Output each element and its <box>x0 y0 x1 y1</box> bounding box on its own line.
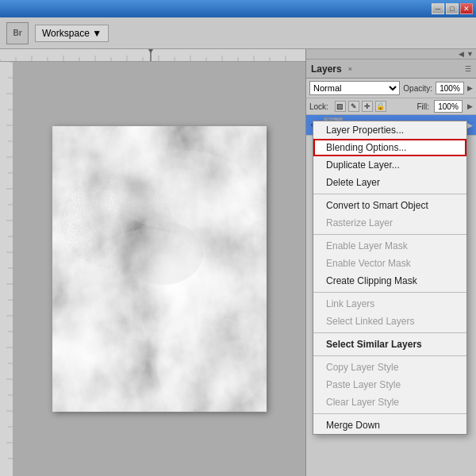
minimize-button[interactable]: ─ <box>432 3 444 14</box>
menu-item-11[interactable]: Select Similar Layers <box>313 336 466 353</box>
layers-panel-header: Layers × ☰ <box>306 60 476 79</box>
blend-mode-row: Normal Opacity: ▶ <box>306 79 476 98</box>
fill-arrow[interactable]: ▶ <box>467 102 473 110</box>
ruler-horizontal <box>0 49 305 62</box>
menu-item-6: Enable Layer Mask <box>313 237 466 255</box>
menu-item-0[interactable]: Layer Properties... <box>313 121 466 139</box>
menu-item-3[interactable]: Delete Layer <box>313 174 466 191</box>
menu-separator-10 <box>313 332 466 333</box>
lock-position-button[interactable]: ✛ <box>362 101 373 112</box>
menu-item-1[interactable]: Blending Options... <box>313 139 466 156</box>
menu-item-15[interactable]: Merge Down <box>313 416 466 434</box>
menu-item-9: Link Layers <box>313 295 466 313</box>
window-controls: ─ □ ✕ <box>432 3 473 14</box>
lock-pixels-button[interactable]: ✎ <box>348 101 359 112</box>
svg-point-51 <box>108 150 251 229</box>
menu-item-13: Paste Layer Style <box>313 376 466 393</box>
menu-separator-8 <box>313 292 466 293</box>
fill-label: Fill: <box>416 102 429 111</box>
menu-item-4[interactable]: Convert to Smart Object <box>313 197 466 214</box>
ruler-vertical <box>0 62 13 476</box>
opacity-input[interactable] <box>436 82 464 94</box>
panel-tab-close[interactable]: × <box>348 65 352 73</box>
bridge-icon[interactable]: Br <box>6 22 29 44</box>
layer-scroll-indicator: ▶ <box>467 121 473 129</box>
canvas-area <box>0 49 305 476</box>
menu-item-7: Enable Vector Mask <box>313 255 466 272</box>
close-button[interactable]: ✕ <box>460 3 473 14</box>
svg-point-55 <box>124 221 203 285</box>
canvas-document <box>52 126 267 412</box>
opacity-arrow[interactable]: ▶ <box>467 84 473 92</box>
menu-item-8[interactable]: Create Clipping Mask <box>313 272 466 290</box>
layers-panel: ◀ ▼ Layers × ☰ Normal Opacity: ▶ Lock: <box>305 49 476 476</box>
workspace-button[interactable]: Workspace ▼ <box>35 25 109 42</box>
opacity-label: Opacity: <box>403 84 432 93</box>
menu-separator-5 <box>313 234 466 235</box>
panel-float-button[interactable]: ◀ <box>459 50 464 58</box>
layers-panel-title: Layers <box>311 63 342 75</box>
menu-item-14: Clear Layer Style <box>313 393 466 411</box>
canvas-content <box>13 62 305 476</box>
fill-input[interactable] <box>434 100 463 113</box>
svg-point-53 <box>52 285 148 412</box>
lock-label: Lock: <box>309 102 328 111</box>
main-area: ◀ ▼ Layers × ☰ Normal Opacity: ▶ Lock: <box>0 49 476 476</box>
nebula-image <box>52 126 267 412</box>
maximize-button[interactable]: □ <box>446 3 459 14</box>
toolbar: Br Workspace ▼ <box>0 17 476 49</box>
svg-point-54 <box>155 317 267 412</box>
menu-item-12: Copy Layer Style <box>313 359 466 376</box>
lock-transparent-button[interactable]: ▨ <box>335 101 346 112</box>
menu-item-2[interactable]: Duplicate Layer... <box>313 156 466 174</box>
menu-item-10: Select Linked Layers <box>313 313 466 330</box>
lock-all-button[interactable]: 🔒 <box>375 101 386 112</box>
menu-separator-3 <box>313 194 466 194</box>
svg-rect-0 <box>0 49 305 62</box>
panel-collapse-button[interactable]: ▼ <box>466 50 474 58</box>
menu-separator-14 <box>313 413 466 414</box>
svg-rect-22 <box>0 62 13 476</box>
blend-mode-select[interactable]: Normal <box>309 81 400 95</box>
menu-item-5: Rasterize Layer <box>313 214 466 232</box>
lock-icons: ▨ ✎ ✛ 🔒 <box>335 101 386 112</box>
title-bar: ─ □ ✕ <box>0 0 476 17</box>
context-menu: Layer Properties...Blending Options...Du… <box>313 121 467 435</box>
lock-row: Lock: ▨ ✎ ✛ 🔒 Fill: ▶ <box>306 98 476 115</box>
panel-menu-button[interactable]: ☰ <box>465 65 471 73</box>
menu-separator-11 <box>313 355 466 356</box>
